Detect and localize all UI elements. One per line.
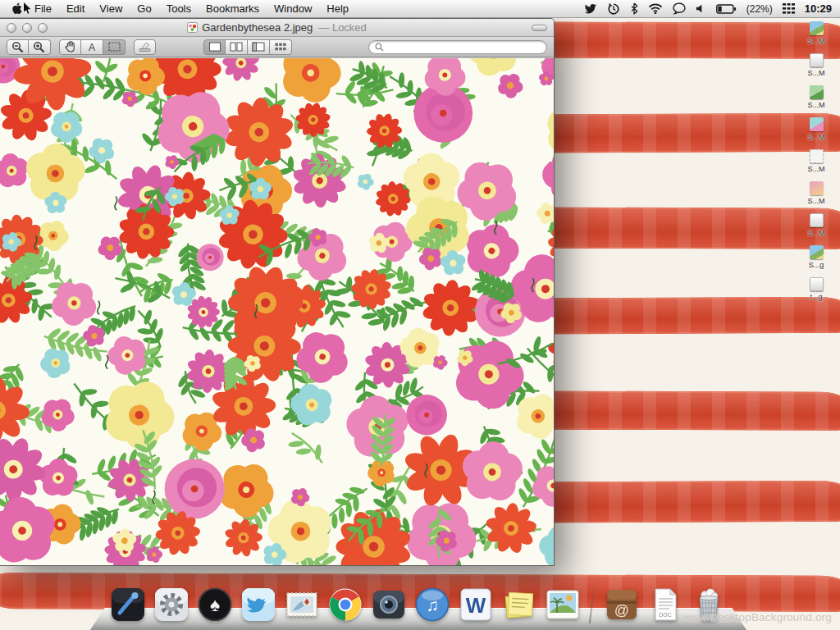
desktop-icon-6[interactable]: S...M [794,181,838,213]
dock-item-photo-booth[interactable] [370,586,408,623]
menu-list: FileEditViewGoToolsBookmarksWindowHelp [27,0,356,18]
photo-booth-icon [370,586,408,623]
dock-item-mail[interactable] [283,586,321,623]
svg-text:♫: ♫ [426,596,439,614]
select-tool-button[interactable] [103,39,126,55]
time-machine-status-icon[interactable] [607,2,620,16]
zoom-controls [7,39,51,55]
battery-status-icon[interactable] [716,4,737,14]
dock-item-chrome[interactable] [326,586,364,623]
dock-item-iphoto[interactable] [544,586,582,623]
search-field[interactable] [368,40,547,54]
marker-pen-icon [138,41,152,52]
screen: www.DesktopBackground.org S...MS...MS...… [0,0,840,630]
file-icon [810,21,824,35]
menu-status-area: (22%)10:29 [583,2,833,16]
document-proxy-icon[interactable] [187,22,198,33]
text-tool-icon: A [87,42,97,52]
wifi-status-icon[interactable] [648,3,663,14]
dock-item-app-dark[interactable] [109,586,147,623]
dock-item-spades-app[interactable]: ♠ [196,586,234,623]
close-button[interactable] [7,23,16,33]
menu-bar: FileEditViewGoToolsBookmarksWindowHelp (… [0,0,840,18]
zoom-out-icon [11,41,25,53]
selection-tool-icon [108,42,121,52]
desktop-icon-9[interactable]: t...g [794,277,838,309]
floral-image [0,58,554,565]
view-sidebar-button[interactable] [248,39,270,55]
dock-item-textedit[interactable]: DOC [646,586,684,623]
iphoto-icon [544,586,582,623]
dock-item-itunes[interactable]: ♫ [413,586,451,623]
dock-item-system-preferences[interactable] [153,586,190,623]
file-label: S...M [807,165,824,173]
volume-status-icon[interactable] [696,3,706,14]
zoom-in-button[interactable] [29,39,51,55]
annotate-button[interactable] [134,39,156,55]
move-tool-button[interactable] [59,39,81,55]
dock-separator [589,581,596,623]
text-tool-button[interactable]: A [81,39,103,55]
image-canvas [0,58,554,565]
wallpaper-watermark: www.DesktopBackground.org [682,611,832,623]
twitter-status-icon[interactable] [583,3,597,15]
menu-view[interactable]: View [92,0,130,18]
search-input[interactable] [387,42,541,52]
search-icon [375,43,384,52]
view-thumbnails-button[interactable] [226,39,248,55]
file-icon [810,213,824,227]
file-icon [810,117,824,131]
toolbar-toggle-button[interactable] [532,25,547,31]
desktop-icon-4[interactable]: S...M [794,117,838,149]
dock-item-address-book[interactable]: @ [603,586,641,623]
file-label: S...M [807,69,824,77]
dock-item-list: ♠♫W@DOC [90,581,746,623]
desktop-icon-1[interactable]: S...M [794,21,838,53]
svg-text:DOC: DOC [659,612,672,618]
menu-go[interactable]: Go [130,0,158,18]
file-icon [810,277,824,291]
bluetooth-status-icon[interactable] [630,2,638,15]
svg-text:@: @ [614,602,629,619]
file-label: S...M [807,229,824,237]
dock-item-word[interactable]: W [457,586,495,623]
zoom-in-icon [33,41,46,53]
desktop-icon-7[interactable]: S...M [794,213,838,245]
menu-clock[interactable]: 10:29 [805,2,832,15]
desktop-icon-8[interactable]: S...g [794,245,838,277]
desktop-icon-2[interactable]: S...M [794,53,838,85]
dock-item-twitter[interactable] [240,586,277,623]
mouse-cursor [22,1,33,16]
view-contact-sheet-button[interactable] [270,39,292,55]
dock-item-stickies[interactable] [500,586,538,623]
file-label: t...g [810,293,822,301]
svg-text:W: W [466,593,486,618]
menu-edit[interactable]: Edit [59,0,92,18]
menu-tools[interactable]: Tools [159,0,199,18]
file-icon [810,245,824,259]
word-icon: W [457,586,495,623]
system-preferences-icon [153,586,190,623]
stickies-icon [500,586,538,623]
zoom-out-button[interactable] [7,39,29,55]
window-titlebar[interactable]: Gardenbythesea 2.jpeg — Locked [0,19,554,37]
apple-icon [11,2,22,15]
minimize-button[interactable] [22,23,32,33]
textedit-icon: DOC [646,586,684,623]
file-label: S...M [807,37,824,45]
zoom-window-button[interactable] [38,23,48,33]
grid-status-icon[interactable] [783,3,795,14]
itunes-icon: ♫ [413,586,451,623]
desktop-icon-5[interactable]: S...M [794,149,838,181]
file-label: S...M [807,197,824,205]
tool-mode-group: A [59,39,126,55]
desktop-icon-3[interactable]: S...M [794,85,838,117]
grid-view-icon [274,42,287,52]
spades-app-icon: ♠ [196,586,234,623]
menu-bookmarks[interactable]: Bookmarks [199,0,267,18]
app-dark-icon [109,586,147,623]
chat-status-icon[interactable] [673,2,686,15]
view-content-only-button[interactable] [203,39,226,55]
menu-help[interactable]: Help [319,0,356,18]
menu-window[interactable]: Window [267,0,319,18]
